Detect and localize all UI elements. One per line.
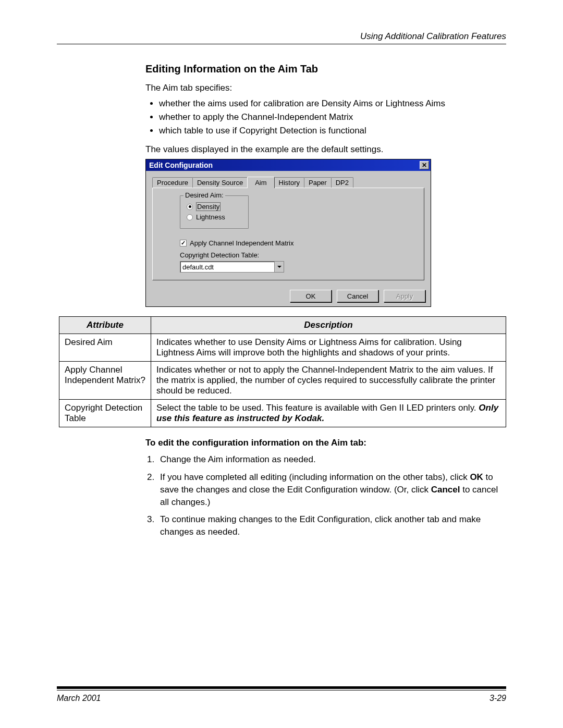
cell-desc: Indicates whether or not to apply the Ch… bbox=[151, 362, 506, 400]
bullet-item: which table to use if Copyright Detectio… bbox=[159, 125, 506, 137]
table-row: Copyright Detection Table Select the tab… bbox=[59, 400, 506, 427]
page-footer: March 2001 3-29 bbox=[57, 686, 506, 703]
tab-density-source[interactable]: Density Source bbox=[192, 177, 248, 188]
checkbox-icon: ✓ bbox=[180, 240, 187, 246]
tab-aim[interactable]: Aim bbox=[247, 177, 274, 188]
radio-dot-icon bbox=[187, 204, 193, 210]
step-item: If you have completed all editing (inclu… bbox=[157, 471, 506, 508]
section-heading: Editing Information on the Aim Tab bbox=[145, 63, 506, 75]
tab-procedure[interactable]: Procedure bbox=[152, 177, 193, 188]
tab-history[interactable]: History bbox=[274, 177, 304, 188]
apply-matrix-label: Apply Channel Independent Matrix bbox=[190, 239, 293, 247]
bullet-item: whether to apply the Channel-Independent… bbox=[159, 111, 506, 124]
apply-matrix-checkbox[interactable]: ✓ Apply Channel Independent Matrix bbox=[180, 239, 414, 247]
cell-attr: Copyright Detection Table bbox=[59, 400, 151, 427]
footer-rule-thick bbox=[57, 686, 506, 689]
ok-button[interactable]: OK bbox=[290, 290, 332, 302]
dialog-button-row: OK Cancel Apply bbox=[146, 286, 431, 306]
tab-paper[interactable]: Paper bbox=[304, 177, 332, 188]
dialog-title: Edit Configuration bbox=[149, 161, 213, 169]
footer-date: March 2001 bbox=[57, 694, 101, 703]
edit-configuration-dialog: Edit Configuration ✕ Procedure Density S… bbox=[145, 159, 431, 307]
apply-button: Apply bbox=[384, 290, 425, 302]
col-attribute: Attribute bbox=[59, 317, 151, 334]
bullet-item: whether the aims used for calibration ar… bbox=[159, 97, 506, 110]
cancel-button[interactable]: Cancel bbox=[337, 290, 378, 302]
tab-panel-aim: Desired Aim: Density Lightness ✓ Apply C… bbox=[152, 188, 424, 280]
intro-text: The Aim tab specifies: bbox=[145, 82, 506, 94]
intro-bullets: whether the aims used for calibration ar… bbox=[145, 97, 506, 137]
step-item: Change the Aim information as needed. bbox=[157, 453, 506, 466]
desired-aim-legend: Desired Aim: bbox=[183, 191, 225, 199]
defaults-note: The values displayed in the example are … bbox=[145, 144, 506, 156]
header-rule bbox=[57, 44, 506, 44]
cdt-input[interactable] bbox=[180, 262, 274, 272]
col-description: Description bbox=[151, 317, 506, 334]
close-button[interactable]: ✕ bbox=[420, 161, 429, 169]
cdt-label: Copyright Detection Table: bbox=[180, 251, 414, 259]
tab-strip: Procedure Density Source Aim History Pap… bbox=[152, 176, 424, 188]
step-item: To continue making changes to the Edit C… bbox=[157, 513, 506, 538]
tab-dp2[interactable]: DP2 bbox=[331, 177, 353, 188]
chevron-down-icon[interactable] bbox=[274, 262, 284, 272]
radio-density-label: Density bbox=[196, 202, 221, 211]
desired-aim-group: Desired Aim: Density Lightness bbox=[180, 195, 249, 229]
attribute-table: Attribute Description Desired Aim Indica… bbox=[59, 316, 506, 427]
table-row: Apply Channel Independent Matrix? Indica… bbox=[59, 362, 506, 400]
cell-desc: Select the table to be used. This featur… bbox=[151, 400, 506, 427]
radio-lightness[interactable]: Lightness bbox=[187, 213, 242, 221]
cell-attr: Apply Channel Independent Matrix? bbox=[59, 362, 151, 400]
radio-density[interactable]: Density bbox=[187, 202, 242, 211]
cell-desc: Indicates whether to use Density Aims or… bbox=[151, 334, 506, 362]
steps-list: Change the Aim information as needed. If… bbox=[157, 453, 506, 538]
dialog-titlebar: Edit Configuration ✕ bbox=[146, 159, 431, 171]
cell-attr: Desired Aim bbox=[59, 334, 151, 362]
table-row: Desired Aim Indicates whether to use Den… bbox=[59, 334, 506, 362]
footer-rule-thin bbox=[57, 690, 506, 690]
footer-page-number: 3-29 bbox=[489, 694, 506, 703]
radio-lightness-label: Lightness bbox=[196, 213, 225, 221]
cdt-combo[interactable] bbox=[180, 261, 284, 273]
radio-dot-icon bbox=[187, 214, 193, 220]
page-header: Using Additional Calibration Features bbox=[57, 31, 506, 42]
steps-heading: To edit the configuration information on… bbox=[145, 438, 506, 448]
